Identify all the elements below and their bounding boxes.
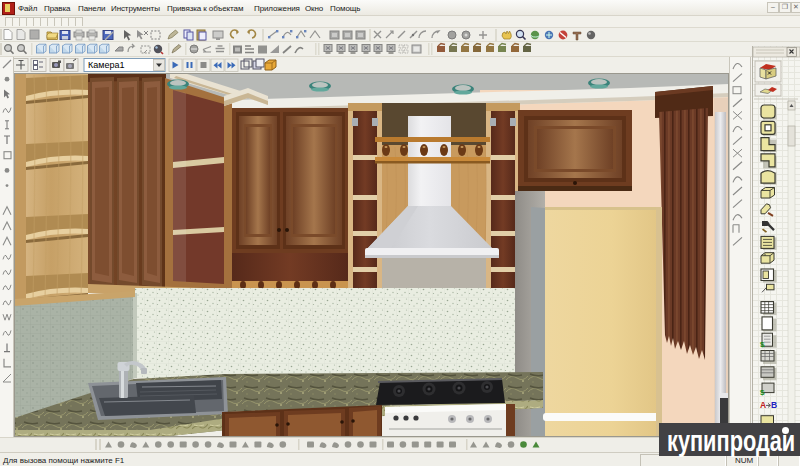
svg-text:$: $: [760, 388, 765, 397]
svg-text:B: B: [771, 400, 777, 410]
svg-text:$: $: [760, 340, 765, 349]
svg-text:A: A: [760, 400, 766, 410]
svg-text:Камера1: Камера1: [88, 60, 124, 70]
